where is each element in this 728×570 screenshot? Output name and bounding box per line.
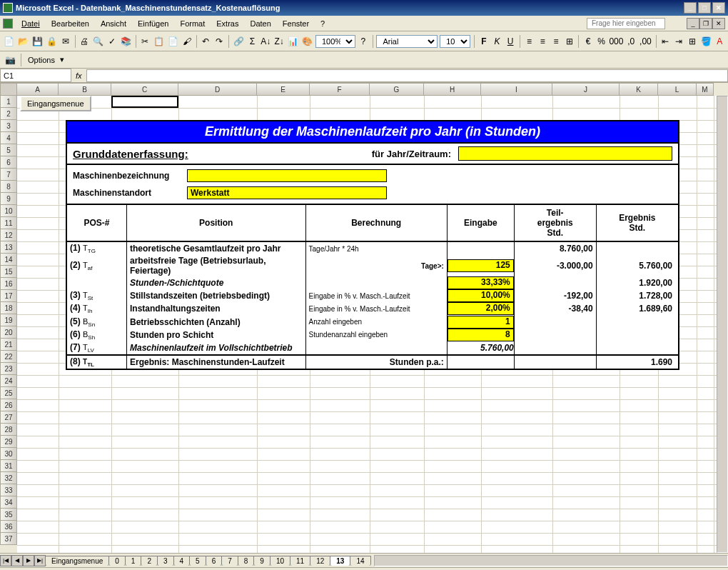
row-header-15[interactable]: 15 (0, 266, 17, 278)
dec-indent-icon[interactable]: ⇤ (660, 34, 672, 49)
row-header-35[interactable]: 35 (0, 509, 17, 521)
font-color-icon[interactable]: A (714, 34, 726, 49)
col-header-I[interactable]: I (481, 83, 552, 96)
worksheet-tab-10[interactable]: 10 (270, 556, 290, 566)
autosum-icon[interactable]: Σ (247, 34, 258, 49)
sort-desc-icon[interactable]: Z↓ (273, 34, 285, 49)
worksheet-tab-0[interactable]: 0 (108, 556, 126, 566)
cells-area[interactable]: Eingangsmenue Ermittlung der Maschinenla… (17, 96, 728, 553)
col-header-M[interactable]: M (697, 83, 714, 96)
row-header-10[interactable]: 10 (0, 205, 17, 217)
hyperlink-icon[interactable]: 🔗 (233, 34, 245, 49)
row-header-2[interactable]: 2 (0, 108, 17, 120)
horizontal-scrollbar[interactable] (374, 555, 728, 566)
chevron-down-icon[interactable]: ▾ (60, 55, 64, 64)
bold-icon[interactable]: F (478, 34, 490, 49)
doc-close-button[interactable]: ✕ (712, 18, 725, 29)
tab-next-button[interactable]: ▶ (23, 555, 34, 566)
col-header-L[interactable]: L (658, 83, 697, 96)
worksheet-tab-9[interactable]: 9 (253, 556, 271, 566)
worksheet-tab-5[interactable]: 5 (189, 556, 206, 566)
research-icon[interactable]: 📚 (120, 34, 132, 49)
worksheet-tab-6[interactable]: 6 (206, 556, 223, 566)
row-header-7[interactable]: 7 (0, 169, 17, 181)
worksheet-tab-2[interactable]: 2 (141, 556, 158, 566)
tab-last-button[interactable]: ▶| (34, 555, 46, 566)
row-header-4[interactable]: 4 (0, 132, 17, 144)
dec-decimal-icon[interactable]: ,00 (639, 34, 652, 49)
merge-icon[interactable]: ⊞ (564, 34, 575, 49)
open-icon[interactable]: 📂 (17, 34, 29, 49)
col-header-G[interactable]: G (370, 83, 424, 96)
row-header-14[interactable]: 14 (0, 254, 17, 266)
row-header-22[interactable]: 22 (0, 351, 17, 363)
sort-asc-icon[interactable]: A↓ (260, 34, 271, 49)
row-header-27[interactable]: 27 (0, 411, 17, 424)
worksheet-tab-3[interactable]: 3 (157, 556, 174, 566)
worksheet-tab-14[interactable]: 14 (350, 556, 370, 566)
worksheet-tab-Eingangsmenue[interactable]: Eingangsmenue (45, 556, 109, 566)
menu-help[interactable]: ? (315, 18, 330, 29)
undo-icon[interactable]: ↶ (201, 34, 212, 49)
row-header-29[interactable]: 29 (0, 436, 17, 448)
preview-icon[interactable]: 🔍 (92, 34, 104, 49)
currency-icon[interactable]: € (582, 34, 594, 49)
worksheet-tab-13[interactable]: 13 (330, 556, 350, 566)
ask-question-box[interactable] (587, 18, 665, 29)
select-all-corner[interactable] (0, 83, 17, 96)
tab-first-button[interactable]: |◀ (0, 555, 11, 566)
row-header-36[interactable]: 36 (0, 521, 17, 533)
row-header-23[interactable]: 23 (0, 363, 17, 375)
zoom-combo[interactable]: 100% (315, 35, 355, 48)
fx-button[interactable]: fx (71, 71, 86, 80)
col-header-K[interactable]: K (620, 83, 658, 96)
mail-icon[interactable]: ✉ (60, 34, 71, 49)
borders-icon[interactable]: ⊞ (687, 34, 698, 49)
chart-icon[interactable]: 📊 (287, 34, 299, 49)
formula-input[interactable] (86, 69, 728, 82)
permission-icon[interactable]: 🔒 (46, 34, 58, 49)
col-header-A[interactable]: A (17, 83, 59, 96)
menu-daten[interactable]: Daten (244, 18, 276, 29)
row-header-18[interactable]: 18 (0, 302, 17, 314)
row-header-3[interactable]: 3 (0, 120, 17, 132)
align-right-icon[interactable]: ≡ (550, 34, 562, 49)
row-header-24[interactable]: 24 (0, 375, 17, 387)
col-header-F[interactable]: F (310, 83, 370, 96)
print-icon[interactable]: 🖨 (79, 34, 90, 49)
menu-fenster[interactable]: Fenster (277, 18, 315, 29)
doc-restore-button[interactable]: ❐ (699, 18, 712, 29)
name-box[interactable] (0, 69, 71, 82)
copy-icon[interactable]: 📋 (153, 34, 165, 49)
masch-ort-input[interactable]: Werkstatt (187, 186, 387, 199)
row-header-9[interactable]: 9 (0, 193, 17, 205)
format-painter-icon[interactable]: 🖌 (181, 34, 193, 49)
cut-icon[interactable]: ✂ (140, 34, 151, 49)
close-button[interactable]: ✕ (712, 2, 725, 14)
worksheet-tab-7[interactable]: 7 (221, 556, 238, 566)
row-header-26[interactable]: 26 (0, 399, 17, 411)
underline-icon[interactable]: U (505, 34, 516, 49)
eingangsmenue-button[interactable]: Eingangsmenue (20, 96, 91, 111)
paste-icon[interactable]: 📄 (167, 34, 179, 49)
menu-ansicht[interactable]: Ansicht (95, 18, 132, 29)
row-header-37[interactable]: 37 (0, 533, 17, 545)
row-header-21[interactable]: 21 (0, 339, 17, 351)
row-header-6[interactable]: 6 (0, 156, 17, 169)
row-header-34[interactable]: 34 (0, 496, 17, 509)
worksheet-tab-11[interactable]: 11 (290, 556, 310, 566)
menu-extras[interactable]: Extras (211, 18, 244, 29)
row-header-1[interactable]: 1 (0, 96, 17, 108)
worksheet-tab-12[interactable]: 12 (310, 556, 330, 566)
row-header-28[interactable]: 28 (0, 424, 17, 436)
maximize-button[interactable]: □ (698, 2, 711, 14)
col-header-C[interactable]: C (111, 83, 178, 96)
options-button[interactable]: Options (25, 56, 58, 64)
font-name-combo[interactable]: Arial (376, 35, 438, 48)
menu-einfuegen[interactable]: Einfügen (132, 18, 174, 29)
col-header-B[interactable]: B (59, 83, 111, 96)
row-header-17[interactable]: 17 (0, 290, 17, 302)
align-center-icon[interactable]: ≡ (537, 34, 548, 49)
thousands-icon[interactable]: 000 (609, 34, 623, 49)
row-header-13[interactable]: 13 (0, 241, 17, 254)
